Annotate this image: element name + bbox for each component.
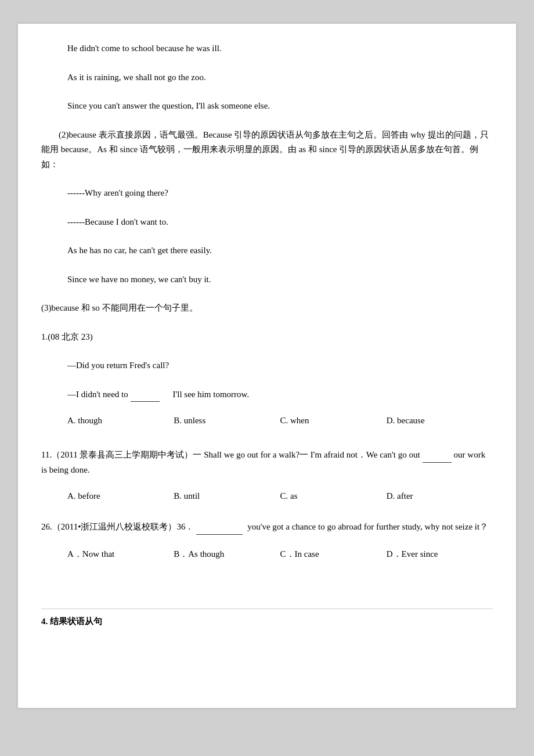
note2-ex1: ------Why aren't going there? xyxy=(41,186,493,201)
q1-dialog2: —I didn't need to I'll see him tomorrow. xyxy=(41,387,493,402)
q11-text: 11.（2011 景泰县高三上学期期中考试）一 Shall we go out … xyxy=(41,448,493,477)
q11-option-a: A. before xyxy=(67,491,174,501)
note2-ex2: ------Because I don't want to. xyxy=(41,215,493,230)
example-line-3: Since you can't answer the question, I'l… xyxy=(41,99,493,114)
note3-text: (3)because 和 so 不能同用在一个句子里。 xyxy=(41,301,493,316)
note2-ex3: As he has no car, he can't get there eas… xyxy=(41,243,493,258)
q11-option-b: B. until xyxy=(174,491,280,501)
q1-option-d: D. because xyxy=(387,416,493,426)
q11-option-d: D. after xyxy=(387,491,493,501)
q1-option-b: B. unless xyxy=(174,416,280,426)
q11-options: A. before B. until C. as D. after xyxy=(41,491,493,501)
q1-number: 1.(08 北京 23) xyxy=(41,330,493,345)
note2-ex4: Since we have no money, we can't buy it. xyxy=(41,272,493,287)
example-line-2: As it is raining, we shall not go the zo… xyxy=(41,70,493,85)
example-line-1: He didn't come to school because he was … xyxy=(41,41,493,56)
q11-option-c: C. as xyxy=(280,491,387,501)
note2-text: (2)because 表示直接原因，语气最强。Because 引导的原因状语从句… xyxy=(41,128,493,172)
q26-text: 26.（2011•浙江温州八校返校联考）36． you've got a cha… xyxy=(41,520,493,535)
q26-option-c: C．In case xyxy=(280,549,387,560)
q1-options: A. though B. unless C. when D. because xyxy=(41,416,493,426)
q1-option-c: C. when xyxy=(280,416,387,426)
q26-options: A．Now that B．As though C．In case D．Ever … xyxy=(41,549,493,560)
section4-title: 4. 结果状语从句 xyxy=(41,609,493,627)
q26-option-a: A．Now that xyxy=(67,549,174,560)
q1-dialog1: —Did you return Fred's call? xyxy=(41,358,493,373)
q26-option-d: D．Ever since xyxy=(387,549,493,560)
page: He didn't come to school because he was … xyxy=(17,23,517,708)
q1-option-a: A. though xyxy=(67,416,174,426)
q26-option-b: B．As though xyxy=(174,549,280,560)
